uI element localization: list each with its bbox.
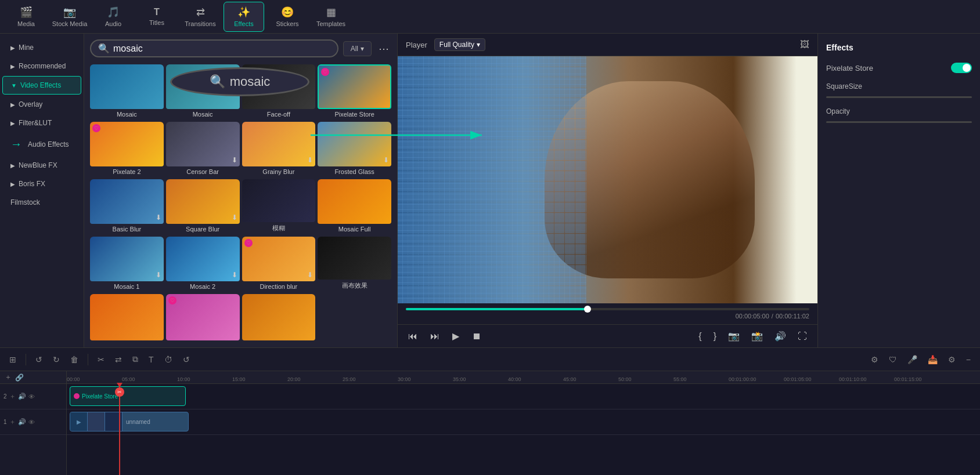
toggle-switch[interactable] bbox=[951, 63, 972, 73]
sidebar-item-filter-lut[interactable]: ▶ Filter&LUT bbox=[2, 114, 81, 132]
sidebar-item-mine[interactable]: ▶ Mine bbox=[2, 39, 81, 56]
effect-label-huabu: 画布效果 bbox=[318, 280, 391, 292]
track-2-eye-btn[interactable]: 👁 bbox=[28, 393, 35, 400]
timer-btn[interactable]: ⏱ bbox=[161, 353, 176, 367]
video-clip[interactable]: ▶ unnamed bbox=[70, 412, 189, 432]
stop-button[interactable]: ⏹ bbox=[470, 329, 484, 344]
overlay-arrow: ▶ bbox=[10, 101, 15, 108]
group-btn[interactable]: ⧉ bbox=[129, 352, 142, 367]
timeline-ruler[interactable]: 00:0005:0010:0015:0020:0025:0030:0035:00… bbox=[67, 371, 980, 384]
toggle-row: Pixelate Store bbox=[824, 63, 974, 73]
effect-item-censor_bar[interactable]: ⬇Censor Bar bbox=[166, 122, 240, 177]
effect-item-mosaic_1[interactable]: ⬇Mosaic 1 bbox=[90, 237, 164, 292]
effect-thumb-row5_2: ♡ bbox=[166, 294, 240, 340]
effect-item-mosaic_2[interactable]: ⬇Mosaic 2 bbox=[166, 237, 240, 292]
effect-item-grainy_blur[interactable]: ⬇Grainy Blur bbox=[242, 122, 316, 177]
effect-item-huabu[interactable]: 画布效果 bbox=[318, 237, 391, 292]
effect-clip[interactable]: ♡ Pixelate Store bbox=[70, 386, 186, 406]
camera-button[interactable]: 📸 bbox=[749, 328, 765, 344]
timeline-grid-btn[interactable]: ⊞ bbox=[6, 353, 20, 367]
add-track-button[interactable]: ＋ bbox=[5, 372, 12, 382]
split-audio-btn[interactable]: ⇄ bbox=[111, 353, 125, 367]
toolbar-audio-btn[interactable]: 🎵 Audio bbox=[93, 2, 134, 32]
effect-item-mosaic1[interactable]: Mosaic bbox=[90, 64, 164, 119]
toolbar-stock-media-btn[interactable]: 📷 Stock Media bbox=[49, 2, 90, 32]
sidebar-item-recommended[interactable]: ▶ Recommended bbox=[2, 57, 81, 75]
quality-select[interactable]: Full Quality ▾ bbox=[434, 38, 485, 51]
zoom-out-btn[interactable]: − bbox=[963, 353, 974, 367]
track-1-add-btn[interactable]: ＋ bbox=[9, 418, 16, 426]
track-1-eye-btn[interactable]: 👁 bbox=[28, 419, 35, 426]
effect-item-square_blur[interactable]: ⬇Square Blur bbox=[166, 179, 240, 234]
effect-item-pixelate_store[interactable]: ♡Pixelate Store bbox=[318, 64, 391, 119]
toolbar-stickers-btn[interactable]: 😊 Stickers bbox=[267, 2, 308, 32]
quality-value: Full Quality bbox=[439, 41, 474, 49]
effect-item-face_off[interactable]: Face-off bbox=[242, 64, 316, 119]
import-btn[interactable]: 📥 bbox=[924, 353, 941, 367]
progress-bar[interactable] bbox=[406, 308, 809, 310]
settings-btn[interactable]: ⚙ bbox=[867, 353, 882, 367]
shield-btn[interactable]: 🛡 bbox=[885, 353, 900, 367]
sidebar-item-overlay[interactable]: ▶ Overlay bbox=[2, 96, 81, 113]
effect-thumb-direction_blur: ♡⬇ bbox=[242, 237, 316, 281]
effect-item-mosaic2[interactable]: Mosaic bbox=[166, 64, 240, 119]
sidebar-item-video-effects[interactable]: ▼ Video Effects bbox=[2, 76, 81, 95]
effect-item-row5_3[interactable] bbox=[242, 294, 316, 344]
effect-item-basic_blur[interactable]: ⬇Basic Blur bbox=[90, 179, 164, 234]
photo-icon[interactable]: 🖼 bbox=[800, 39, 809, 50]
effect-item-mosaic_full[interactable]: Mosaic Full bbox=[318, 179, 391, 234]
toolbar-templates-btn[interactable]: ▦ Templates bbox=[311, 2, 351, 32]
effect-item-pixelate2[interactable]: ♡Pixelate 2 bbox=[90, 122, 164, 177]
titles-icon: T bbox=[154, 7, 160, 17]
sidebar-item-boris-fx[interactable]: ▶ Boris FX bbox=[2, 175, 81, 193]
mark-in-button[interactable]: { bbox=[696, 328, 704, 344]
effect-thumb-mosaic_full bbox=[318, 179, 391, 224]
sidebar-item-audio-effects[interactable]: → Audio Effects bbox=[2, 133, 81, 155]
text-btn[interactable]: T bbox=[145, 353, 157, 367]
step-forward-button[interactable]: ⏭ bbox=[428, 329, 442, 344]
delete-button[interactable]: 🗑 bbox=[67, 353, 82, 367]
skip-back-button[interactable]: ⏮ bbox=[406, 329, 420, 344]
opacity-label: Opacity bbox=[824, 107, 974, 115]
search-input[interactable] bbox=[113, 43, 330, 54]
effect-thumb-pixelate_store: ♡ bbox=[318, 64, 391, 109]
effect-item-row5_2[interactable]: ♡ bbox=[166, 294, 240, 344]
audio-effects-arrow: → bbox=[10, 137, 22, 151]
sidebar-item-newblue-fx[interactable]: ▶ NewBlue FX bbox=[2, 157, 81, 174]
track-1-vol-btn[interactable]: 🔊 bbox=[18, 418, 26, 426]
toolbar-titles-btn[interactable]: T Titles bbox=[136, 2, 177, 32]
effect-item-direction_blur[interactable]: ♡⬇Direction blur bbox=[242, 237, 316, 292]
mark-out-button[interactable]: } bbox=[711, 328, 719, 344]
opacity-slider[interactable] bbox=[826, 121, 972, 123]
toolbar-transitions-btn[interactable]: ⇄ Transitions bbox=[180, 2, 221, 32]
effect-item-mohu[interactable]: 模糊 bbox=[242, 179, 316, 234]
track-2-vol-btn[interactable]: 🔊 bbox=[18, 393, 26, 400]
track-1-label: 1 ＋ 🔊 👁 bbox=[0, 409, 66, 435]
play-button[interactable]: ▶ bbox=[450, 328, 462, 344]
toolbar-titles-label: Titles bbox=[149, 19, 164, 26]
more-options-button[interactable]: ⋯ bbox=[376, 40, 391, 57]
cut-button[interactable]: ✂ bbox=[94, 353, 108, 367]
effect-label-row5_1 bbox=[90, 340, 164, 344]
toggle-knob bbox=[963, 64, 971, 72]
sidebar-item-filmstock[interactable]: Filmstock bbox=[2, 194, 81, 211]
square-size-slider[interactable] bbox=[826, 96, 972, 98]
snapshot-button[interactable]: 📷 bbox=[726, 328, 742, 344]
redo-button[interactable]: ↻ bbox=[49, 353, 63, 367]
toolbar-effects-btn[interactable]: ✨ Effects bbox=[224, 2, 264, 32]
effect-item-row5_1[interactable] bbox=[90, 294, 164, 344]
track-2-add-btn[interactable]: ＋ bbox=[9, 392, 16, 401]
effect-label-square_blur: Square Blur bbox=[166, 224, 240, 234]
effect-label-mosaic_2: Mosaic 2 bbox=[166, 281, 240, 292]
download-icon-mosaic_2: ⬇ bbox=[232, 271, 237, 279]
rotate-btn[interactable]: ↺ bbox=[179, 353, 193, 367]
mic-btn[interactable]: 🎤 bbox=[904, 353, 921, 367]
fullscreen-button[interactable]: ⛶ bbox=[795, 328, 809, 344]
filter-all-button[interactable]: All ▾ bbox=[343, 41, 372, 56]
link-btn[interactable]: ⚙ bbox=[945, 353, 959, 367]
link-tracks-button[interactable]: 🔗 bbox=[15, 374, 24, 382]
toolbar-media-btn[interactable]: 🎬 Media bbox=[6, 2, 46, 32]
volume-button[interactable]: 🔊 bbox=[772, 328, 788, 344]
undo-button[interactable]: ↺ bbox=[32, 353, 46, 367]
effect-item-frosted_glass[interactable]: ⬇Frosted Glass bbox=[318, 122, 391, 177]
